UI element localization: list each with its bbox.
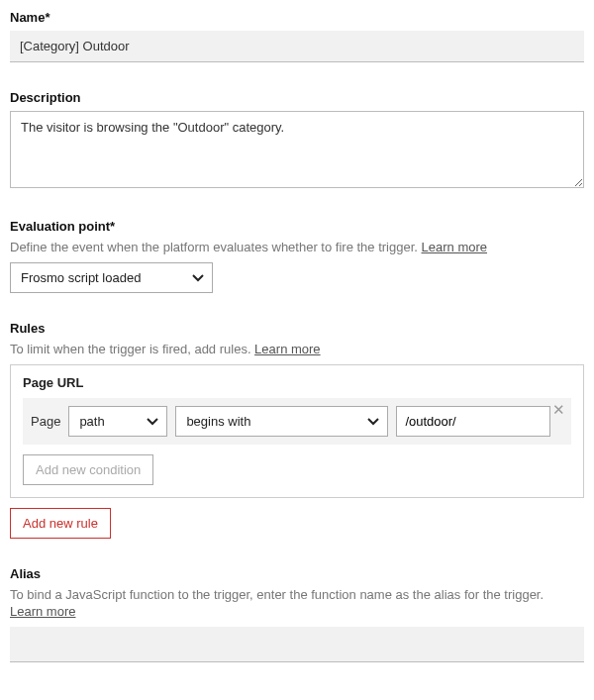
rules-label: Rules bbox=[10, 321, 584, 336]
description-textarea[interactable] bbox=[10, 111, 584, 188]
name-section: Name* bbox=[10, 10, 584, 62]
evaluation-select-wrap[interactable]: Frosmo script loaded bbox=[10, 262, 213, 293]
name-input[interactable] bbox=[10, 31, 584, 62]
rules-box-title: Page URL bbox=[23, 375, 571, 390]
add-rule-button[interactable]: Add new rule bbox=[10, 508, 111, 539]
rules-helper-text: To limit when the trigger is fired, add … bbox=[10, 342, 254, 356]
rules-section: Rules To limit when the trigger is fired… bbox=[10, 321, 584, 539]
evaluation-select[interactable]: Frosmo script loaded bbox=[11, 263, 212, 292]
rules-helper: To limit when the trigger is fired, add … bbox=[10, 342, 584, 356]
evaluation-learn-link[interactable]: Learn more bbox=[422, 240, 487, 254]
name-label: Name* bbox=[10, 10, 584, 25]
rules-box: Page URL Page path begins with ✕ bbox=[10, 364, 584, 498]
condition-row: Page path begins with ✕ bbox=[23, 398, 571, 445]
alias-helper: To bind a JavaScript function to the tri… bbox=[10, 587, 584, 602]
add-condition-button[interactable]: Add new condition bbox=[23, 454, 153, 485]
description-section: Description bbox=[10, 90, 584, 191]
evaluation-helper: Define the event when the platform evalu… bbox=[10, 240, 584, 254]
condition-operator-select[interactable]: begins with bbox=[176, 407, 387, 436]
condition-value-input[interactable] bbox=[396, 406, 550, 437]
alias-input[interactable] bbox=[10, 627, 584, 662]
alias-learn-link[interactable]: Learn more bbox=[10, 604, 75, 619]
evaluation-section: Evaluation point* Define the event when … bbox=[10, 219, 584, 293]
alias-label: Alias bbox=[10, 566, 584, 581]
evaluation-label: Evaluation point* bbox=[10, 219, 584, 234]
alias-learn-wrap: Learn more bbox=[10, 604, 584, 619]
rules-learn-link[interactable]: Learn more bbox=[254, 342, 320, 356]
condition-prefix: Page bbox=[31, 414, 60, 429]
condition-operator-select-wrap[interactable]: begins with bbox=[175, 406, 388, 437]
condition-field-select-wrap[interactable]: path bbox=[68, 406, 167, 437]
condition-field-select[interactable]: path bbox=[69, 407, 166, 436]
alias-section: Alias To bind a JavaScript function to t… bbox=[10, 566, 584, 662]
description-label: Description bbox=[10, 90, 584, 105]
evaluation-helper-text: Define the event when the platform evalu… bbox=[10, 240, 422, 254]
close-icon[interactable]: ✕ bbox=[552, 402, 565, 417]
alias-helper-text: To bind a JavaScript function to the tri… bbox=[10, 587, 544, 602]
